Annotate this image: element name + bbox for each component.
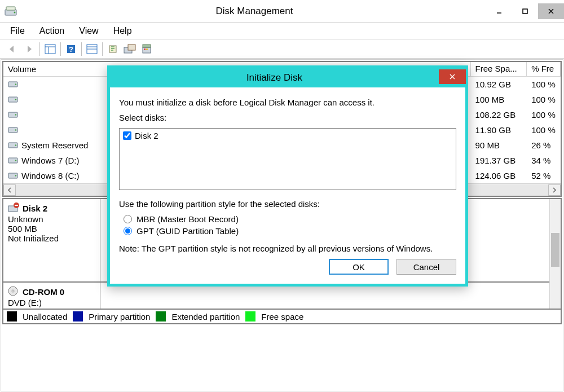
legend-extended: Extended partition (171, 312, 240, 321)
menu-file[interactable]: File (10, 26, 25, 36)
svg-rect-19 (143, 45, 151, 47)
app-icon (5, 6, 18, 16)
disk-type: Unknown (8, 214, 95, 224)
scroll-left-icon[interactable] (3, 184, 16, 196)
dialog-titlebar: Initialize Disk (110, 68, 465, 87)
menubar: File Action View Help (0, 23, 564, 39)
volume-free: 108.22 GB (471, 109, 527, 121)
svg-point-33 (15, 160, 16, 161)
svg-point-23 (15, 83, 16, 85)
swatch-extended (156, 311, 166, 321)
volume-pct: 100 % (527, 124, 561, 136)
volume-name: System Reserved (21, 140, 88, 150)
column-free-space[interactable]: Free Spa... (471, 62, 527, 76)
initialize-disk-dialog: Initialize Disk You must initialize a di… (107, 65, 468, 287)
cdrom-label: DVD (E:) (8, 298, 95, 307)
window-title: Disk Management (23, 6, 486, 17)
legend-primary: Primary partition (89, 312, 150, 321)
volume-free: 90 MB (471, 139, 527, 151)
disk2-checkbox[interactable] (123, 131, 131, 140)
svg-point-25 (15, 99, 16, 100)
properties-button[interactable] (139, 42, 155, 56)
swatch-free (245, 311, 255, 321)
legend-unallocated: Unallocated (23, 312, 67, 321)
rescan-button[interactable] (122, 42, 138, 56)
menu-action[interactable]: Action (39, 26, 64, 36)
scroll-right-icon[interactable] (548, 184, 561, 196)
volume-free: 124.06 GB (471, 170, 527, 182)
legend-free: Free space (261, 312, 303, 321)
swatch-primary (73, 311, 83, 321)
volume-name: Windows 7 (D:) (21, 156, 80, 165)
partition-style-label: Use the following partition style for th… (119, 199, 456, 209)
maximize-button[interactable] (512, 3, 538, 19)
gpt-label: GPT (GUID Partition Table) (136, 226, 239, 236)
disk-status: Not Initialized (8, 234, 95, 243)
disk-item-label: Disk 2 (135, 131, 158, 140)
mbr-radio-item[interactable]: MBR (Master Boot Record) (124, 214, 456, 224)
dialog-intro: You must initialize a disk before Logica… (119, 98, 456, 107)
svg-rect-7 (45, 45, 55, 54)
cancel-button[interactable]: Cancel (396, 259, 456, 275)
volume-free: 11.90 GB (471, 124, 527, 136)
svg-rect-20 (144, 49, 146, 50)
dialog-note: Note: The GPT partition style is not rec… (119, 244, 456, 253)
menu-view[interactable]: View (79, 26, 98, 36)
svg-text:?: ? (69, 45, 73, 54)
show-tree-button[interactable] (42, 42, 58, 56)
svg-point-40 (12, 290, 14, 292)
disk-info: Disk 2 Unknown 500 MB Not Initialized (3, 199, 100, 281)
drive-icon (8, 171, 18, 180)
disk-name: Disk 2 (23, 204, 47, 213)
forward-button[interactable] (21, 42, 37, 56)
svg-rect-1 (6, 7, 15, 10)
mbr-radio[interactable] (124, 215, 132, 223)
cdrom-name: CD-ROM 0 (23, 287, 64, 297)
volume-pct: 26 % (527, 139, 561, 151)
svg-rect-4 (523, 9, 527, 14)
column-percent-free[interactable]: % Fre (527, 62, 561, 76)
back-button[interactable] (5, 42, 20, 56)
volume-free: 10.92 GB (471, 78, 527, 90)
drive-icon (8, 80, 18, 89)
disk-checkbox-item[interactable]: Disk 2 (123, 131, 452, 140)
drive-icon (8, 110, 18, 120)
gpt-radio[interactable] (124, 227, 132, 235)
volume-free: 100 MB (471, 94, 527, 105)
dialog-close-button[interactable] (439, 69, 466, 84)
svg-rect-38 (15, 205, 18, 206)
volume-pct: 100 % (527, 78, 561, 90)
gpt-radio-item[interactable]: GPT (GUID Partition Table) (124, 226, 456, 236)
toolbar: ? (0, 39, 564, 59)
minimize-button[interactable] (486, 3, 512, 19)
svg-rect-21 (146, 49, 148, 50)
disk-size: 500 MB (8, 224, 95, 234)
menu-help[interactable]: Help (113, 26, 132, 36)
svg-rect-17 (128, 45, 135, 50)
disk-error-icon (8, 202, 19, 214)
close-button[interactable] (538, 3, 564, 19)
cdrom-icon (8, 286, 19, 298)
mbr-label: MBR (Master Boot Record) (136, 214, 239, 224)
volume-name: Windows 8 (C:) (21, 171, 80, 180)
refresh-button[interactable] (105, 42, 121, 56)
ok-button[interactable]: OK (329, 259, 389, 275)
drive-icon (8, 140, 18, 150)
legend: Unallocated Primary partition Extended p… (3, 310, 561, 323)
svg-point-27 (15, 114, 16, 115)
svg-point-29 (15, 129, 16, 130)
disk-list: Disk 2 (119, 128, 456, 190)
cdrom-info: CD-ROM 0 DVD (E:) (3, 283, 100, 309)
drive-icon (8, 156, 18, 165)
disk-panel-cdrom[interactable]: CD-ROM 0 DVD (E:) (3, 283, 561, 310)
dialog-title: Initialize Disk (110, 72, 439, 83)
svg-point-35 (15, 175, 16, 176)
volume-pct: 34 % (527, 155, 561, 166)
layout-button[interactable] (84, 42, 100, 56)
volume-pct: 100 % (527, 109, 561, 121)
drive-icon (8, 125, 18, 135)
swatch-unallocated (7, 311, 17, 321)
vertical-scrollbar[interactable] (549, 199, 561, 309)
volume-pct: 52 % (527, 170, 561, 182)
help-button[interactable]: ? (63, 42, 79, 56)
